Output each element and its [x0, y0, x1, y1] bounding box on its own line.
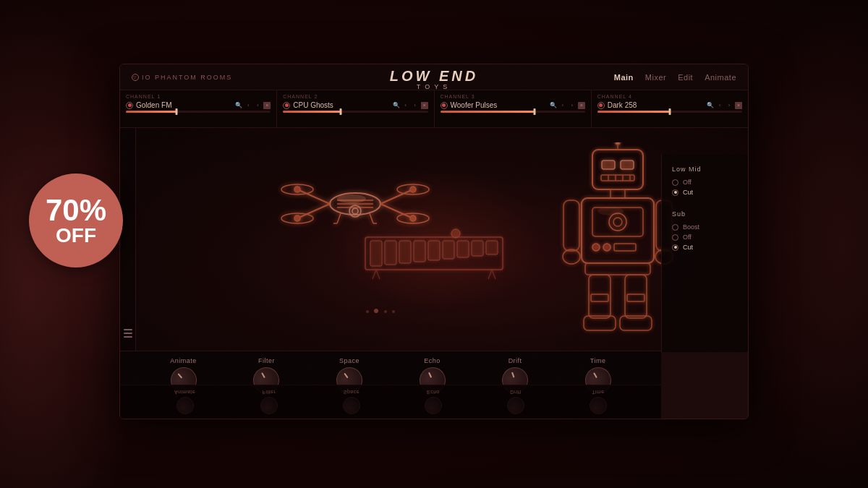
tab-main[interactable]: Main [614, 73, 634, 82]
svg-point-10 [410, 187, 416, 192]
radio-low-mid-off-label: Off [683, 179, 692, 186]
channel-1-name: Golden FM [136, 101, 232, 109]
svg-rect-47 [625, 275, 647, 318]
knob-bottom-filter: Filter [260, 390, 278, 414]
search-icon-2[interactable]: 🔍 [393, 102, 400, 109]
radio-sub-off-label: Off [683, 234, 692, 241]
knob-bottom-drift: Drift [507, 390, 524, 414]
channel-strip: Channel 1 Golden FM 🔍 ‹ › × Channel [120, 90, 748, 128]
channel-2-power[interactable] [283, 102, 290, 109]
prev-icon-3[interactable]: ‹ [559, 102, 566, 109]
svg-line-1 [297, 189, 330, 204]
xylophone-visual [362, 223, 506, 281]
channel-1-fill [126, 111, 176, 113]
prev-icon-4[interactable]: ‹ [716, 102, 723, 109]
sub-off[interactable]: Off [672, 234, 738, 241]
knob-bottom-animate-label: Animate [174, 390, 195, 395]
channel-1-row: Golden FM 🔍 ‹ › × [126, 101, 271, 109]
sidebar-icon-3 [124, 336, 132, 338]
svg-point-38 [592, 244, 600, 251]
svg-rect-50 [591, 294, 608, 301]
radio-sub-boost-circle[interactable] [672, 224, 678, 231]
svg-rect-41 [563, 200, 579, 251]
dot-1 [366, 310, 369, 313]
channel-2-slider[interactable] [283, 111, 427, 113]
plugin-window: ▽ IO PHANTOM ROOMS LOW END TOYS Main Mix… [119, 64, 749, 419]
channel-3-slider[interactable] [441, 111, 585, 113]
search-icon[interactable]: 🔍 [235, 102, 242, 109]
svg-point-52 [597, 207, 624, 215]
svg-rect-57 [414, 241, 425, 262]
tab-mixer[interactable]: Mixer [645, 73, 666, 82]
svg-rect-54 [370, 241, 382, 266]
svg-point-37 [613, 218, 622, 226]
search-icon-4[interactable]: 🔍 [707, 102, 714, 109]
dot-4 [392, 310, 395, 313]
next-icon-4[interactable]: › [726, 102, 733, 109]
knob-bottom-animate-control[interactable] [176, 397, 193, 414]
svg-rect-45 [585, 263, 650, 275]
channel-2-thumb[interactable] [340, 108, 342, 115]
svg-rect-55 [385, 241, 396, 265]
close-icon-2[interactable]: × [421, 102, 428, 109]
svg-line-65 [488, 270, 492, 279]
channel-1-thumb[interactable] [176, 108, 178, 115]
power-btn-inner-3 [442, 103, 446, 107]
close-icon[interactable]: × [263, 102, 271, 109]
channel-2-icons: 🔍 ‹ › × [393, 102, 428, 109]
next-icon[interactable]: › [254, 102, 261, 109]
channel-2: Channel 2 CPU Ghosts 🔍 ‹ › × [277, 90, 434, 127]
knob-bottom-space-control[interactable] [343, 397, 360, 414]
low-mid-cut[interactable]: Cut [672, 189, 738, 196]
channel-4-slider[interactable] [597, 111, 742, 113]
power-btn-inner [128, 103, 132, 107]
knob-bottom-drift-control[interactable] [507, 397, 524, 414]
tab-edit[interactable]: Edit [678, 73, 693, 82]
next-icon-3[interactable]: › [569, 102, 576, 109]
svg-line-64 [376, 270, 380, 279]
low-mid-off[interactable]: Off [672, 179, 738, 186]
next-icon-2[interactable]: › [412, 102, 419, 109]
svg-line-3 [297, 204, 330, 218]
badge-off-text: OFF [56, 226, 96, 246]
brand-logo: ▽ IO PHANTOM ROOMS [132, 74, 232, 81]
prev-icon[interactable]: ‹ [244, 102, 252, 109]
app-subtitle: TOYS [390, 83, 478, 90]
channel-4-fill [597, 111, 670, 113]
knob-bottom-time-control[interactable] [590, 397, 607, 414]
badge-percent-text: 70% [46, 195, 106, 226]
close-icon-3[interactable]: × [578, 102, 585, 109]
svg-point-17 [352, 208, 358, 214]
channel-1-power[interactable] [126, 102, 133, 109]
knob-drift-label: Drift [509, 357, 522, 364]
knob-bottom-echo-control[interactable] [425, 397, 442, 414]
sub-boost[interactable]: Boost [672, 223, 738, 231]
radio-low-mid-cut-circle[interactable] [672, 189, 678, 196]
prev-icon-2[interactable]: ‹ [402, 102, 409, 109]
sub-title: Sub [672, 210, 738, 218]
radio-sub-cut-circle[interactable] [672, 244, 678, 251]
channel-4-thumb[interactable] [668, 108, 671, 115]
nav-tabs: Main Mixer Edit Animate [614, 73, 736, 82]
robot-visual [560, 142, 676, 316]
app-title: LOW END [390, 69, 478, 83]
radio-low-mid-cut-label: Cut [683, 189, 693, 196]
channel-3-power[interactable] [441, 102, 448, 109]
search-icon-3[interactable]: 🔍 [550, 102, 557, 109]
radio-sub-off-circle[interactable] [672, 234, 678, 241]
channel-3: Channel 3 Woofer Pulses 🔍 ‹ › × [435, 90, 592, 127]
channel-1-slider[interactable] [126, 111, 271, 113]
channel-1-icons: 🔍 ‹ › × [235, 102, 271, 109]
side-panel: Low Mid Off Cut Sub Boost [661, 154, 748, 352]
channel-4-power[interactable] [597, 102, 605, 109]
channel-3-thumb[interactable] [533, 108, 535, 115]
close-icon-4[interactable]: × [735, 102, 742, 109]
svg-line-4 [380, 204, 413, 218]
svg-rect-58 [428, 241, 440, 260]
sub-cut[interactable]: Cut [672, 244, 738, 251]
tab-animate[interactable]: Animate [705, 73, 736, 82]
radio-low-mid-off-circle[interactable] [672, 179, 678, 186]
knob-bottom-filter-control[interactable] [260, 397, 278, 414]
svg-rect-25 [621, 160, 634, 169]
knob-animate-label: Animate [170, 357, 197, 364]
